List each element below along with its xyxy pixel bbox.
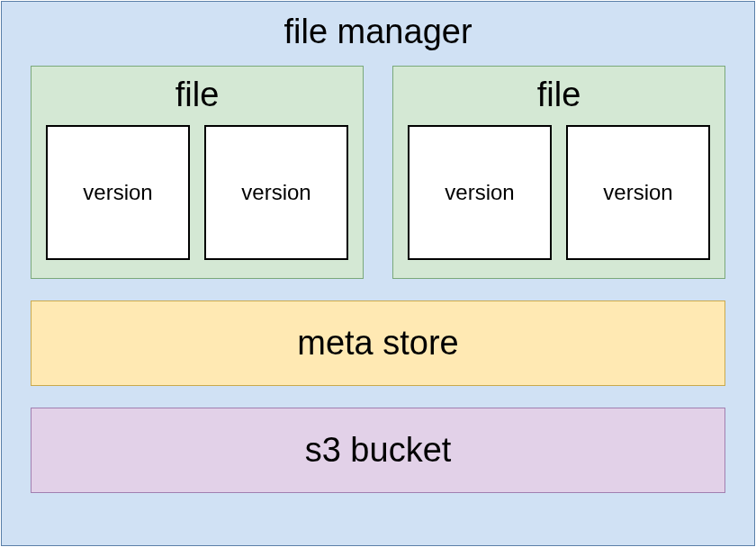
version-box-2-1: version xyxy=(408,125,552,260)
meta-store-box: meta store xyxy=(31,300,725,386)
version-box-2-2: version xyxy=(566,125,710,260)
file-box-1: file version version xyxy=(31,66,364,279)
file-title-1: file xyxy=(46,67,348,125)
versions-row-1: version version xyxy=(46,125,348,260)
versions-row-2: version version xyxy=(408,125,710,260)
version-box-1-1: version xyxy=(46,125,190,260)
files-row: file version version file version versio… xyxy=(31,66,725,279)
file-manager-container: file manager file version version file v… xyxy=(1,1,755,546)
file-box-2: file version version xyxy=(392,66,725,279)
version-box-1-2: version xyxy=(204,125,348,260)
file-title-2: file xyxy=(408,67,710,125)
file-manager-title: file manager xyxy=(31,2,725,66)
s3-bucket-box: s3 bucket xyxy=(31,408,725,493)
